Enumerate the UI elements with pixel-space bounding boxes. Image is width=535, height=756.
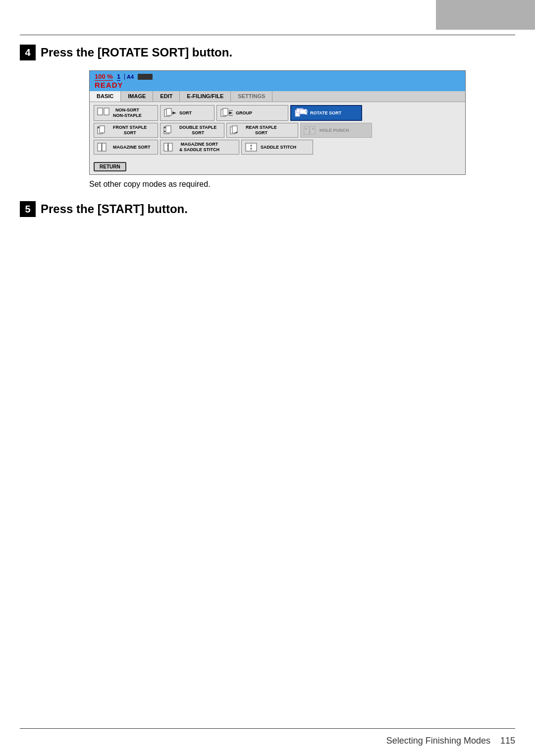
status-bar: 100 % 1 A4 READY bbox=[90, 71, 465, 91]
group-btn[interactable]: GROUP bbox=[216, 105, 288, 121]
saddle-stitch-label: SADDLE STITCH bbox=[261, 145, 296, 150]
magazine-saddle-icon bbox=[163, 142, 177, 153]
return-row: RETURN bbox=[90, 160, 465, 174]
status-ready: READY bbox=[95, 81, 460, 89]
rotate-sort-icon bbox=[294, 108, 308, 118]
tabs-row: BASIC IMAGE EDIT E-FILING/FILE SETTINGS bbox=[90, 91, 465, 102]
saddle-stitch-btn[interactable]: SADDLE STITCH bbox=[241, 140, 313, 155]
svg-rect-1 bbox=[104, 108, 109, 115]
buttons-row-2: FRONT STAPLESORT DOUBLE STAPLESORT bbox=[94, 123, 461, 138]
copier-ui: 100 % 1 A4 READY BASIC IMAGE EDIT E-FILI… bbox=[89, 70, 466, 175]
svg-point-34 bbox=[167, 145, 169, 147]
main-content: 4 Press the [ROTATE SORT] button. 100 % … bbox=[20, 45, 515, 217]
svg-rect-24 bbox=[304, 126, 309, 134]
magazine-saddle-label: MAGAZINE SORT& SADDLE STITCH bbox=[179, 142, 219, 153]
svg-point-27 bbox=[312, 128, 314, 130]
svg-rect-32 bbox=[168, 143, 172, 151]
tab-efiling[interactable]: E-FILING/FILE bbox=[180, 91, 231, 102]
bottom-rule bbox=[20, 728, 515, 729]
svg-rect-0 bbox=[98, 108, 103, 115]
double-staple-icon bbox=[163, 125, 177, 136]
svg-rect-29 bbox=[102, 143, 106, 151]
sort-icon bbox=[163, 108, 177, 118]
double-staple-label: DOUBLE STAPLESORT bbox=[179, 125, 216, 136]
footer-text: Selecting Finishing Modes 115 bbox=[386, 736, 515, 746]
tab-image[interactable]: IMAGE bbox=[121, 91, 153, 102]
hole-punch-btn[interactable]: HOLE PUNCH bbox=[300, 123, 372, 138]
front-staple-icon bbox=[97, 125, 111, 136]
svg-rect-6 bbox=[223, 108, 228, 115]
svg-rect-28 bbox=[98, 143, 102, 151]
svg-rect-20 bbox=[164, 131, 165, 132]
buttons-row-3: MAGAZINE SORT MAGAZINE SORT& SADDLE STI bbox=[94, 140, 461, 155]
status-paper: A4 bbox=[124, 74, 134, 80]
top-rule bbox=[20, 35, 515, 35]
front-staple-btn[interactable]: FRONT STAPLESORT bbox=[94, 123, 158, 138]
status-icon bbox=[138, 74, 153, 80]
svg-point-26 bbox=[305, 128, 307, 130]
rotate-sort-label: ROTATE SORT bbox=[310, 110, 341, 116]
step4-block: 4 Press the [ROTATE SORT] button. bbox=[20, 45, 515, 60]
svg-point-38 bbox=[251, 145, 252, 147]
step4-desc: Set other copy modes as required. bbox=[89, 180, 515, 189]
sort-btn[interactable]: SORT bbox=[160, 105, 214, 121]
svg-rect-22 bbox=[232, 126, 237, 133]
hole-punch-icon bbox=[304, 125, 318, 136]
group-label: GROUP bbox=[236, 110, 252, 116]
non-sort-label: NON-SORTNON-STAPLE bbox=[113, 108, 142, 118]
non-sort-icon bbox=[97, 108, 111, 118]
svg-marker-7 bbox=[229, 111, 233, 114]
double-staple-btn[interactable]: DOUBLE STAPLESORT bbox=[160, 123, 224, 138]
non-sort-btn[interactable]: NON-SORTNON-STAPLE bbox=[94, 105, 158, 121]
svg-rect-31 bbox=[164, 143, 168, 151]
status-bar-content: 100 % 1 A4 READY bbox=[95, 73, 460, 89]
svg-rect-16 bbox=[98, 127, 99, 128]
step5-number: 5 bbox=[20, 201, 36, 217]
step5-title: Press the [START] button. bbox=[41, 201, 188, 216]
sort-label: SORT bbox=[179, 110, 192, 116]
step4-number: 4 bbox=[20, 45, 36, 60]
tab-basic[interactable]: BASIC bbox=[90, 91, 121, 102]
top-bar bbox=[436, 0, 535, 30]
hole-punch-label: HOLE PUNCH bbox=[320, 128, 349, 133]
group-icon bbox=[220, 108, 234, 118]
rotate-sort-btn[interactable]: ROTATE SORT bbox=[290, 105, 362, 121]
buttons-row-1: NON-SORTNON-STAPLE SORT bbox=[94, 105, 461, 121]
svg-marker-4 bbox=[172, 111, 176, 114]
footer-page: 115 bbox=[500, 736, 515, 746]
svg-rect-3 bbox=[166, 108, 171, 115]
magazine-sort-icon bbox=[97, 142, 111, 153]
rear-staple-icon bbox=[230, 125, 244, 136]
front-staple-label: FRONT STAPLESORT bbox=[113, 125, 147, 136]
footer-label: Selecting Finishing Modes bbox=[386, 736, 490, 746]
rear-staple-label: REAR STAPLESORT bbox=[246, 125, 277, 136]
status-count: 1 bbox=[117, 73, 120, 81]
svg-rect-18 bbox=[166, 126, 171, 133]
svg-rect-23 bbox=[236, 132, 237, 133]
status-percent: 100 % bbox=[95, 73, 113, 81]
magazine-sort-btn[interactable]: MAGAZINE SORT bbox=[94, 140, 158, 155]
svg-point-35 bbox=[167, 148, 169, 150]
svg-point-39 bbox=[251, 148, 252, 150]
svg-rect-15 bbox=[100, 126, 105, 133]
step5-block: 5 Press the [START] button. bbox=[20, 201, 515, 217]
step4-title: Press the [ROTATE SORT] button. bbox=[41, 45, 232, 59]
buttons-area: NON-SORTNON-STAPLE SORT bbox=[90, 102, 465, 160]
return-button[interactable]: RETURN bbox=[94, 162, 126, 171]
magazine-saddle-btn[interactable]: MAGAZINE SORT& SADDLE STITCH bbox=[160, 140, 239, 155]
tab-settings[interactable]: SETTINGS bbox=[231, 91, 272, 102]
svg-rect-19 bbox=[164, 127, 165, 128]
tab-edit[interactable]: EDIT bbox=[153, 91, 180, 102]
svg-rect-25 bbox=[310, 126, 315, 134]
rear-staple-btn[interactable]: REAR STAPLESORT bbox=[226, 123, 298, 138]
footer: Selecting Finishing Modes 115 bbox=[20, 736, 515, 746]
saddle-stitch-icon bbox=[245, 142, 259, 153]
magazine-sort-label: MAGAZINE SORT bbox=[113, 145, 151, 150]
